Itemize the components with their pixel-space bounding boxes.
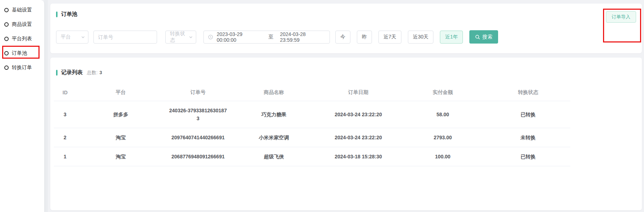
table-cell: 58.00 [400, 101, 486, 128]
quick-date-buttons: 今昨近7天近30天近1年 [335, 31, 469, 44]
table-row: 3拼多多240326-379338126301873巧克力糖果2024-03-2… [54, 101, 570, 128]
date-range-end: 2024-03-28 23:59:59 [280, 31, 325, 43]
main-content: 订单池 订单导入 平台 转换状态 [48, 0, 644, 212]
record-total: 总数:3 [87, 69, 102, 76]
table-cell: 淘宝 [76, 128, 165, 147]
sidebar-item-商品设置[interactable]: 商品设置 [0, 17, 44, 32]
records-table: ID平台订单号商品名称订单日期实付金额转换状态 3拼多多240326-37933… [54, 84, 570, 166]
sidebar-item-平台列表[interactable]: 平台列表 [0, 32, 44, 46]
quick-date-button-今[interactable]: 今 [335, 31, 350, 44]
table-header-row: ID平台订单号商品名称订单日期实付金额转换状态 [54, 84, 570, 101]
sidebar: 基础设置商品设置平台列表订单池转换订单 [0, 0, 44, 212]
table-cell: 2068776948091266691 [165, 147, 231, 166]
table-cell: 2024-03-24 23:22:20 [317, 101, 400, 128]
table-cell: 未转换 [486, 128, 570, 147]
convert-status-placeholder: 转换状态 [170, 31, 189, 44]
table-cell: 巧克力糖果 [231, 101, 317, 128]
sidebar-item-label: 商品设置 [12, 21, 32, 28]
sidebar-item-label: 基础设置 [12, 7, 32, 13]
table-cell: 2793.00 [400, 128, 486, 147]
table-row: 1淘宝2068776948091266691超级飞侠2024-03-18 15:… [54, 147, 570, 166]
record-total-value: 3 [100, 70, 102, 75]
table-cell: 已转换 [486, 147, 570, 166]
sidebar-item-label: 转换订单 [12, 64, 32, 71]
search-icon [475, 35, 480, 40]
record-total-label: 总数: [87, 70, 98, 75]
search-button[interactable]: 搜索 [469, 30, 498, 44]
panel-title: 记录列表 总数:3 [50, 58, 642, 76]
quick-date-button-近1年[interactable]: 近1年 [440, 31, 463, 44]
platform-select-placeholder: 平台 [61, 34, 71, 40]
column-header-实付金额: 实付金额 [400, 84, 486, 101]
column-header-转换状态: 转换状态 [486, 84, 570, 101]
record-list-title: 记录列表 [61, 69, 83, 76]
table-cell: 240326-379338126301873 [165, 101, 231, 128]
table-cell: 2097640741440266691 [165, 128, 231, 147]
column-header-平台: 平台 [76, 84, 165, 101]
date-range-picker[interactable]: 2023-03-29 00:00:00 至 2024-03-28 23:59:5… [203, 31, 330, 44]
circle-icon [4, 51, 9, 55]
circle-icon [4, 22, 9, 27]
table-body: 3拼多多240326-379338126301873巧克力糖果2024-03-2… [54, 101, 570, 166]
clock-icon [208, 35, 213, 40]
table-cell: 1 [54, 147, 76, 166]
table-cell: 已转换 [486, 101, 570, 128]
sidebar-item-转换订单[interactable]: 转换订单 [0, 60, 44, 75]
column-header-商品名称: 商品名称 [231, 84, 317, 101]
accent-bar [56, 70, 58, 76]
circle-icon [4, 8, 9, 12]
column-header-ID: ID [54, 84, 76, 101]
filter-bar: 平台 转换状态 [56, 30, 498, 44]
table-row: 2淘宝2097640741440266691小米米家空调2024-03-24 2… [54, 128, 570, 147]
circle-icon [4, 37, 9, 41]
quick-date-button-昨[interactable]: 昨 [357, 31, 372, 44]
order-no-input[interactable] [98, 34, 152, 40]
table-cell: 超级飞侠 [231, 147, 317, 166]
table-cell: 2024-03-24 23:22:20 [317, 128, 400, 147]
order-no-field-wrap [93, 31, 157, 44]
chevron-down-icon [189, 35, 193, 39]
sidebar-item-订单池[interactable]: 订单池 [0, 46, 44, 60]
date-range-separator: 至 [268, 34, 273, 40]
sidebar-item-label: 平台列表 [12, 36, 32, 42]
platform-select[interactable]: 平台 [56, 31, 88, 44]
quick-date-button-近30天[interactable]: 近30天 [408, 31, 434, 44]
table-cell: 3 [54, 101, 76, 128]
order-import-button[interactable]: 订单导入 [606, 11, 636, 23]
page-title: 订单池 [61, 11, 77, 18]
convert-status-select[interactable]: 转换状态 [165, 31, 196, 44]
order-pool-panel: 订单池 订单导入 平台 转换状态 [50, 4, 642, 53]
records-table-wrap: ID平台订单号商品名称订单日期实付金额转换状态 3拼多多240326-37933… [54, 84, 638, 166]
table-cell: 2024-03-18 15:28:30 [317, 147, 400, 166]
accent-bar [56, 12, 58, 17]
circle-icon [4, 66, 9, 70]
table-cell: 2 [54, 128, 76, 147]
chevron-down-icon [81, 35, 85, 39]
table-cell: 小米米家空调 [231, 128, 317, 147]
sidebar-menu: 基础设置商品设置平台列表订单池转换订单 [0, 3, 44, 75]
table-cell: 拼多多 [76, 101, 165, 128]
column-header-订单日期: 订单日期 [317, 84, 400, 101]
column-header-订单号: 订单号 [165, 84, 231, 101]
table-cell: 淘宝 [76, 147, 165, 166]
date-range-start: 2023-03-29 00:00:00 [217, 31, 262, 43]
quick-date-button-近7天[interactable]: 近7天 [378, 31, 401, 44]
sidebar-gutter [44, 0, 48, 212]
sidebar-item-label: 订单池 [12, 50, 27, 57]
record-list-panel: 记录列表 总数:3 ID平台订单号商品名称订单日期实付金额转换状态 3拼多多24… [50, 58, 642, 210]
table-cell: 100.00 [400, 147, 486, 166]
search-button-label: 搜索 [482, 34, 492, 40]
panel-title: 订单池 [50, 4, 642, 18]
sidebar-item-基础设置[interactable]: 基础设置 [0, 3, 44, 17]
